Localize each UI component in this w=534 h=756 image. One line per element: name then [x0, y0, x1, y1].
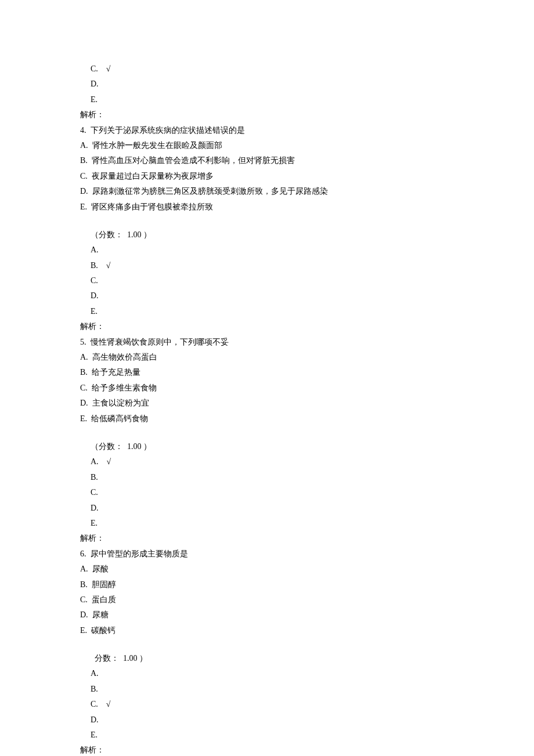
q5-option-e: E. 给低磷高钙食物	[80, 413, 454, 425]
q3-answer-d: D.	[80, 78, 454, 91]
q5-option-a: A. 高生物效价高蛋白	[80, 351, 454, 364]
q5-stem: 5. 慢性肾衰竭饮食原则中，下列哪项不妥	[80, 336, 454, 349]
q6-option-e: E. 碳酸钙	[80, 624, 454, 637]
q5-answer-c: C.	[80, 486, 454, 499]
q5-score: （分数： 1.00 ）	[80, 440, 454, 453]
q6-option-d: D. 尿糖	[80, 609, 454, 621]
q4-answer-a: A.	[80, 244, 454, 256]
q6-option-a: A. 尿酸	[80, 563, 454, 576]
q6-score: 分数： 1.00 ）	[80, 652, 454, 665]
q4-score: （分数： 1.00 ）	[80, 229, 454, 241]
q4-option-b: B. 肾性高血压对心脑血管会造成不利影响，但对肾脏无损害	[80, 154, 454, 167]
analysis-label: 解析：	[80, 744, 454, 756]
q4-answer-c: C.	[80, 274, 454, 287]
q5-option-d: D. 主食以淀粉为宜	[80, 397, 454, 410]
q4-option-d: D. 尿路刺激征常为膀胱三角区及膀胱颈受刺激所致，多见于尿路感染	[80, 185, 454, 198]
q4-option-a: A. 肾性水肿一般先发生在眼睑及颜面部	[80, 139, 454, 152]
q6-answer-c: C. √	[80, 698, 454, 711]
q4-option-e: E. 肾区疼痛多由于肾包膜被牵拉所致	[80, 201, 454, 214]
q6-answer-e: E.	[80, 729, 454, 741]
q3-answer-e: E.	[80, 93, 454, 106]
q4-answer-e: E.	[80, 305, 454, 318]
q4-answer-d: D.	[80, 290, 454, 302]
q5-answer-d: D.	[80, 502, 454, 515]
q5-answer-a: A. √	[80, 455, 454, 468]
analysis-label: 解析：	[80, 108, 454, 121]
q4-stem: 4. 下列关于泌尿系统疾病的症状描述错误的是	[80, 124, 454, 137]
q4-option-c: C. 夜尿量超过白天尿量称为夜尿增多	[80, 170, 454, 183]
q6-stem: 6. 尿中管型的形成主要物质是	[80, 548, 454, 560]
q3-answer-c: C. √	[80, 63, 454, 75]
q6-answer-b: B.	[80, 683, 454, 696]
q5-option-c: C. 给予多维生素食物	[80, 382, 454, 395]
q6-answer-a: A.	[80, 667, 454, 680]
q5-option-b: B. 给予充足热量	[80, 366, 454, 379]
q5-answer-b: B.	[80, 471, 454, 484]
analysis-label: 解析：	[80, 532, 454, 545]
analysis-label: 解析：	[80, 320, 454, 333]
q6-option-c: C. 蛋白质	[80, 594, 454, 606]
q6-answer-d: D.	[80, 714, 454, 726]
q6-option-b: B. 胆固醇	[80, 578, 454, 591]
q4-answer-b: B. √	[80, 259, 454, 272]
q5-answer-e: E.	[80, 517, 454, 530]
